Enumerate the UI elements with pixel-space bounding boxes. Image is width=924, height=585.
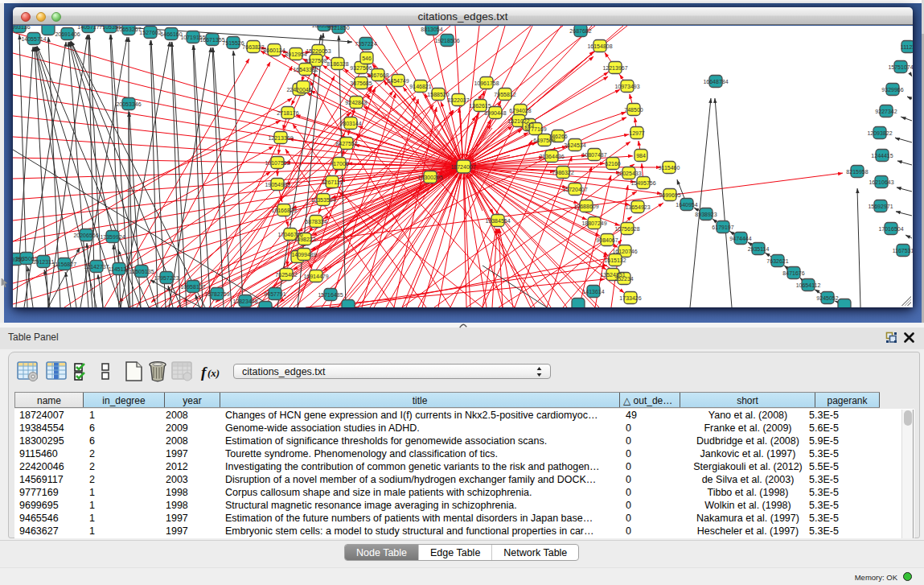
svg-text:746266: 746266	[548, 134, 567, 139]
svg-text:2093136: 2093136	[13, 26, 31, 30]
svg-text:16648784: 16648784	[703, 79, 728, 84]
svg-text:1588520: 1588520	[427, 92, 449, 97]
svg-text:1244415: 1244415	[871, 153, 893, 159]
svg-text:9329966: 9329966	[881, 87, 903, 93]
svg-text:10756928: 10756928	[614, 226, 639, 232]
svg-text:18807249: 18807249	[581, 220, 606, 226]
svg-text:7955812: 7955812	[494, 92, 515, 97]
svg-text:20691406: 20691406	[55, 31, 80, 37]
svg-text:16154808: 16154808	[587, 43, 612, 49]
svg-text:19054985: 19054985	[265, 182, 290, 187]
svg-text:18724007: 18724007	[450, 164, 475, 170]
svg-text:16671355: 16671355	[199, 37, 224, 43]
svg-text:3875685: 3875685	[350, 80, 372, 86]
svg-text:21364436: 21364436	[539, 154, 564, 159]
svg-text:20206556: 20206556	[73, 233, 98, 238]
svg-text:717006: 717006	[330, 161, 348, 167]
svg-text:7625402: 7625402	[275, 272, 297, 278]
svg-text:8938923: 8938923	[695, 212, 717, 217]
svg-text:15720407: 15720407	[562, 187, 587, 192]
svg-text:12977: 12977	[629, 130, 645, 136]
svg-text:10653267: 10653267	[116, 27, 141, 32]
svg-text:1405717: 1405717	[77, 26, 99, 30]
svg-text:(x): (x)	[207, 367, 220, 379]
svg-text:8215958: 8215958	[846, 169, 868, 175]
svg-text:15716485: 15716485	[318, 292, 343, 298]
svg-text:19218506: 19218506	[434, 38, 459, 43]
svg-text:1733426: 1733426	[619, 295, 641, 301]
svg-text:9084067: 9084067	[596, 237, 618, 243]
svg-text:9242848: 9242848	[345, 100, 367, 105]
svg-text:16210643: 16210643	[869, 179, 893, 185]
svg-text:11156827: 11156827	[52, 262, 76, 267]
svg-text:11123: 11123	[901, 44, 913, 50]
svg-text:5878334: 5878334	[305, 219, 326, 225]
svg-text:12213967: 12213967	[602, 65, 627, 71]
svg-text:19300295: 19300295	[417, 175, 442, 180]
svg-text:15495756: 15495756	[630, 180, 655, 186]
svg-text:16914479: 16914479	[303, 274, 328, 279]
svg-text:19166825: 19166825	[271, 208, 296, 213]
svg-text:1615132: 1615132	[604, 257, 626, 263]
svg-text:15226053: 15226053	[306, 48, 331, 54]
svg-text:8912954: 8912954	[285, 51, 306, 57]
svg-text:9474444: 9474444	[729, 236, 751, 241]
svg-text:8813054: 8813054	[421, 27, 442, 32]
svg-text:3912311: 3912311	[33, 259, 55, 265]
svg-text:748500: 748500	[624, 107, 643, 113]
svg-text:7632621: 7632621	[766, 258, 788, 264]
svg-text:7986322: 7986322	[552, 170, 573, 175]
svg-text:7357224: 7357224	[355, 41, 376, 47]
svg-text:7515526: 7515526	[222, 40, 244, 46]
svg-text:12353594: 12353594	[310, 197, 335, 203]
svg-text:1527602: 1527602	[139, 30, 161, 35]
svg-text:9457791: 9457791	[264, 291, 285, 297]
svg-text:8990448: 8990448	[484, 110, 506, 116]
svg-text:16120746: 16120746	[612, 249, 637, 254]
svg-text:10961758: 10961758	[474, 80, 499, 86]
svg-text:9227342: 9227342	[875, 109, 897, 114]
svg-text:f: f	[201, 364, 207, 381]
svg-text:22420046: 22420046	[286, 87, 311, 93]
svg-text:1145137: 1145137	[109, 266, 130, 272]
svg-text:1640954: 1640954	[676, 202, 697, 208]
svg-text:16543382: 16543382	[293, 67, 318, 72]
svg-text:984: 984	[636, 153, 646, 159]
svg-text:546: 546	[362, 56, 372, 61]
svg-text:17957223: 17957223	[154, 275, 179, 281]
svg-text:12505135: 12505135	[129, 269, 154, 274]
svg-text:6794028: 6794028	[509, 108, 531, 113]
svg-text:3267110: 3267110	[322, 179, 343, 185]
svg-text:1362615: 1362615	[469, 103, 491, 109]
svg-text:8471676: 8471676	[782, 270, 804, 276]
svg-text:10807487: 10807487	[581, 152, 606, 158]
svg-text:10654112: 10654112	[796, 282, 821, 288]
svg-text:252234: 252234	[614, 276, 633, 282]
svg-text:14055714: 14055714	[21, 36, 46, 42]
svg-text:2718176: 2718176	[277, 110, 298, 116]
svg-text:6179197: 6179197	[712, 225, 733, 230]
svg-text:8322037: 8322037	[447, 97, 469, 103]
svg-text:10107552: 10107552	[265, 160, 290, 166]
svg-text:10025433: 10025433	[616, 171, 641, 176]
svg-text:13654923: 13654923	[625, 204, 650, 210]
svg-text:9327508: 9327508	[305, 58, 326, 64]
svg-text:12823448: 12823448	[232, 299, 257, 304]
svg-text:2935114: 2935114	[748, 246, 770, 252]
svg-text:9245052: 9245052	[816, 295, 838, 301]
svg-text:62160: 62160	[605, 161, 621, 167]
svg-text:3624534: 3624534	[564, 142, 585, 148]
svg-text:16782759: 16782759	[204, 291, 229, 297]
svg-text:8454749: 8454749	[387, 78, 409, 84]
svg-text:4498222: 4498222	[294, 237, 315, 242]
svg-text:9699695: 9699695	[659, 192, 680, 198]
svg-text:15751074: 15751074	[888, 64, 913, 70]
svg-text:20053346: 20053346	[116, 101, 141, 107]
svg-text:12093822: 12093822	[867, 130, 892, 136]
svg-text:2687682: 2687682	[569, 28, 591, 34]
svg-text:2803144: 2803144	[339, 121, 361, 126]
svg-text:8660124: 8660124	[263, 47, 285, 53]
svg-text:6466160: 6466160	[160, 31, 182, 37]
svg-text:1413614: 1413614	[582, 289, 604, 295]
svg-text:9115460: 9115460	[659, 165, 680, 171]
